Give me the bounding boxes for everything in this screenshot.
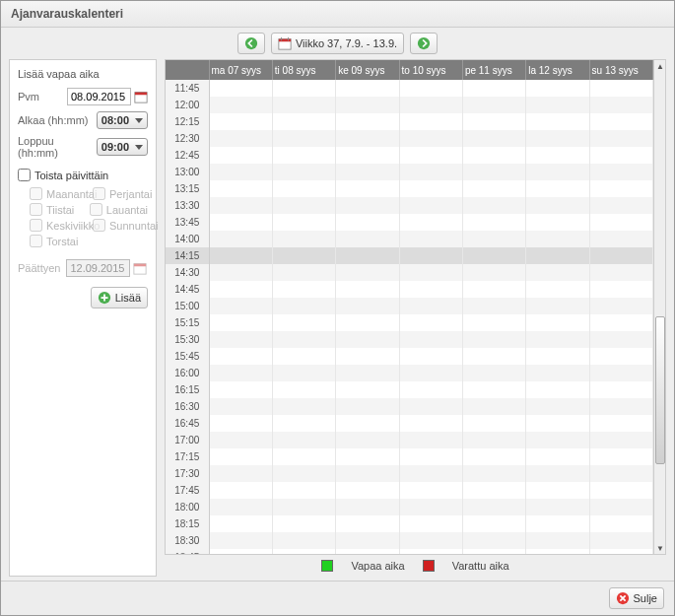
slot-cell[interactable]: [209, 180, 272, 197]
slot-cell[interactable]: [462, 214, 525, 231]
time-row[interactable]: 14:30: [166, 264, 653, 281]
time-row[interactable]: 14:15: [166, 247, 653, 264]
slot-cell[interactable]: [589, 130, 652, 147]
time-row[interactable]: 16:00: [166, 365, 653, 381]
time-row[interactable]: 14:00: [166, 231, 653, 247]
slot-cell[interactable]: [589, 549, 652, 554]
end-time-select[interactable]: 09:00: [97, 138, 148, 156]
slot-cell[interactable]: [526, 298, 589, 314]
slot-cell[interactable]: [462, 381, 525, 398]
slot-cell[interactable]: [399, 381, 462, 398]
slot-cell[interactable]: [336, 499, 399, 515]
slot-cell[interactable]: [589, 113, 652, 130]
slot-cell[interactable]: [462, 130, 525, 147]
scrollbar[interactable]: ▲ ▼: [653, 60, 665, 554]
slot-cell[interactable]: [526, 80, 589, 97]
slot-cell[interactable]: [399, 298, 462, 314]
slot-cell[interactable]: [399, 247, 462, 264]
slot-cell[interactable]: [399, 164, 462, 180]
slot-cell[interactable]: [336, 113, 399, 130]
slot-cell[interactable]: [209, 281, 272, 298]
time-row[interactable]: 13:15: [166, 180, 653, 197]
slot-cell[interactable]: [209, 549, 272, 554]
slot-cell[interactable]: [526, 549, 589, 554]
slot-cell[interactable]: [589, 231, 652, 247]
slot-cell[interactable]: [526, 499, 589, 515]
slot-cell[interactable]: [462, 532, 525, 549]
slot-cell[interactable]: [209, 532, 272, 549]
slot-cell[interactable]: [209, 231, 272, 247]
slot-cell[interactable]: [399, 348, 462, 365]
add-button[interactable]: Lisää: [91, 287, 148, 308]
slot-cell[interactable]: [336, 298, 399, 314]
slot-cell[interactable]: [336, 281, 399, 298]
slot-cell[interactable]: [336, 130, 399, 147]
slot-cell[interactable]: [336, 264, 399, 281]
slot-cell[interactable]: [209, 515, 272, 532]
slot-cell[interactable]: [209, 214, 272, 231]
next-week-button[interactable]: [410, 33, 438, 54]
time-row[interactable]: 17:45: [166, 482, 653, 499]
time-row[interactable]: 18:15: [166, 515, 653, 532]
date-input[interactable]: [67, 88, 131, 105]
slot-cell[interactable]: [272, 214, 335, 231]
slot-cell[interactable]: [336, 532, 399, 549]
slot-cell[interactable]: [399, 264, 462, 281]
slot-cell[interactable]: [589, 97, 652, 113]
slot-cell[interactable]: [209, 348, 272, 365]
slot-cell[interactable]: [399, 97, 462, 113]
slot-cell[interactable]: [272, 365, 335, 381]
slot-cell[interactable]: [336, 331, 399, 348]
slot-cell[interactable]: [462, 448, 525, 465]
slot-cell[interactable]: [526, 448, 589, 465]
slot-cell[interactable]: [526, 247, 589, 264]
slot-cell[interactable]: [272, 113, 335, 130]
slot-cell[interactable]: [589, 180, 652, 197]
time-row[interactable]: 12:15: [166, 113, 653, 130]
slot-cell[interactable]: [336, 97, 399, 113]
slot-cell[interactable]: [272, 448, 335, 465]
slot-cell[interactable]: [462, 80, 525, 97]
slot-cell[interactable]: [272, 499, 335, 515]
slot-cell[interactable]: [336, 348, 399, 365]
slot-cell[interactable]: [462, 331, 525, 348]
slot-cell[interactable]: [589, 499, 652, 515]
slot-cell[interactable]: [336, 515, 399, 532]
slot-cell[interactable]: [462, 314, 525, 331]
slot-cell[interactable]: [272, 549, 335, 554]
slot-cell[interactable]: [399, 314, 462, 331]
slot-cell[interactable]: [272, 180, 335, 197]
slot-cell[interactable]: [272, 381, 335, 398]
slot-cell[interactable]: [399, 197, 462, 214]
time-row[interactable]: 18:00: [166, 499, 653, 515]
slot-cell[interactable]: [589, 482, 652, 499]
slot-cell[interactable]: [462, 298, 525, 314]
slot-cell[interactable]: [462, 231, 525, 247]
slot-cell[interactable]: [209, 147, 272, 164]
scroll-up-icon[interactable]: ▲: [654, 60, 666, 72]
slot-cell[interactable]: [272, 97, 335, 113]
slot-cell[interactable]: [209, 499, 272, 515]
slot-cell[interactable]: [589, 515, 652, 532]
slot-cell[interactable]: [209, 365, 272, 381]
slot-cell[interactable]: [272, 164, 335, 180]
repeat-checkbox[interactable]: [18, 169, 31, 181]
slot-cell[interactable]: [399, 515, 462, 532]
slot-cell[interactable]: [462, 197, 525, 214]
time-row[interactable]: 16:30: [166, 398, 653, 415]
slot-cell[interactable]: [209, 97, 272, 113]
slot-cell[interactable]: [462, 549, 525, 554]
time-row[interactable]: 13:30: [166, 197, 653, 214]
slot-cell[interactable]: [526, 465, 589, 482]
slot-cell[interactable]: [462, 247, 525, 264]
slot-cell[interactable]: [462, 432, 525, 448]
slot-cell[interactable]: [209, 465, 272, 482]
slot-cell[interactable]: [462, 264, 525, 281]
slot-cell[interactable]: [336, 247, 399, 264]
slot-cell[interactable]: [589, 214, 652, 231]
slot-cell[interactable]: [526, 331, 589, 348]
slot-cell[interactable]: [526, 281, 589, 298]
slot-cell[interactable]: [462, 515, 525, 532]
slot-cell[interactable]: [526, 515, 589, 532]
slot-cell[interactable]: [589, 314, 652, 331]
